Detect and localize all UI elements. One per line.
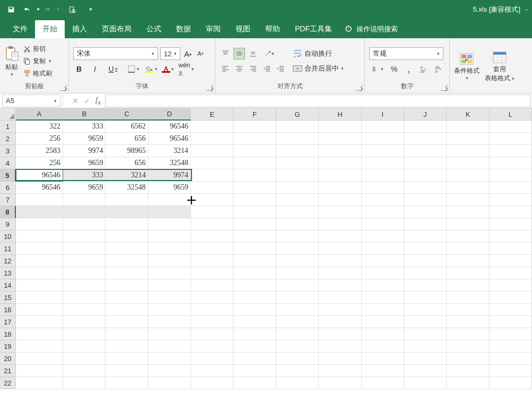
cell[interactable] bbox=[149, 316, 191, 328]
cell[interactable] bbox=[447, 377, 489, 389]
cell[interactable] bbox=[404, 218, 447, 230]
cell[interactable]: 333 bbox=[63, 169, 106, 182]
cell[interactable]: 6562 bbox=[106, 121, 148, 133]
cell[interactable] bbox=[63, 316, 106, 328]
cell[interactable] bbox=[233, 157, 276, 169]
cell[interactable] bbox=[149, 255, 191, 267]
cell[interactable] bbox=[16, 365, 63, 377]
row-header[interactable]: 11 bbox=[0, 243, 16, 255]
cell[interactable] bbox=[362, 182, 404, 194]
cell[interactable] bbox=[191, 279, 233, 292]
undo-dropdown[interactable] bbox=[36, 8, 40, 11]
cell[interactable] bbox=[63, 267, 106, 279]
cell[interactable] bbox=[63, 243, 106, 255]
cell[interactable]: 3214 bbox=[106, 169, 148, 182]
cell[interactable] bbox=[233, 206, 276, 218]
tell-me-search[interactable]: 操作说明搜索 bbox=[339, 20, 403, 38]
cell[interactable] bbox=[16, 230, 63, 243]
row-header[interactable]: 22 bbox=[0, 377, 16, 389]
cell[interactable] bbox=[233, 230, 276, 243]
cell[interactable] bbox=[319, 145, 361, 157]
font-name-select[interactable]: 宋体▾ bbox=[73, 47, 158, 60]
cell[interactable] bbox=[106, 267, 148, 279]
cell[interactable] bbox=[106, 243, 148, 255]
cell[interactable] bbox=[447, 316, 489, 328]
cell[interactable] bbox=[490, 194, 532, 206]
cell[interactable] bbox=[404, 377, 447, 389]
column-header[interactable]: A bbox=[16, 108, 63, 121]
cell[interactable] bbox=[106, 255, 148, 267]
row-header[interactable]: 13 bbox=[0, 267, 16, 279]
cell[interactable] bbox=[276, 133, 319, 145]
cell[interactable] bbox=[191, 353, 233, 365]
row-header[interactable]: 3 bbox=[0, 145, 16, 157]
cell[interactable] bbox=[276, 218, 319, 230]
cell[interactable] bbox=[233, 133, 276, 145]
cell[interactable] bbox=[490, 267, 532, 279]
cell[interactable]: 32548 bbox=[149, 157, 191, 169]
cell[interactable]: 96546 bbox=[149, 133, 191, 145]
cancel-formula-button[interactable]: ✕ bbox=[72, 97, 79, 105]
cell[interactable]: 9659 bbox=[63, 182, 106, 194]
cell[interactable] bbox=[191, 316, 233, 328]
comma-button[interactable]: , bbox=[403, 63, 415, 75]
cell[interactable]: 9974 bbox=[63, 145, 106, 157]
cell[interactable] bbox=[276, 316, 319, 328]
row-header[interactable]: 18 bbox=[0, 328, 16, 340]
tab-view[interactable]: 视图 bbox=[228, 20, 258, 38]
cell[interactable] bbox=[233, 169, 276, 182]
cell[interactable] bbox=[490, 133, 532, 145]
tab-file[interactable]: 文件 bbox=[5, 20, 35, 38]
cell[interactable]: 9659 bbox=[149, 182, 191, 194]
cell[interactable] bbox=[404, 157, 447, 169]
cell[interactable] bbox=[404, 353, 447, 365]
column-header[interactable]: F bbox=[233, 108, 276, 121]
qat-customize[interactable] bbox=[89, 8, 93, 11]
cell[interactable] bbox=[319, 365, 361, 377]
cell[interactable] bbox=[276, 328, 319, 340]
cell[interactable] bbox=[149, 292, 191, 304]
cell[interactable] bbox=[233, 255, 276, 267]
cell[interactable] bbox=[490, 243, 532, 255]
cell[interactable] bbox=[191, 218, 233, 230]
bold-button[interactable]: B bbox=[73, 63, 85, 75]
align-right-button[interactable] bbox=[247, 63, 259, 74]
cell[interactable]: 256 bbox=[16, 133, 63, 145]
phonetic-button[interactable]: wén文▾ bbox=[178, 63, 194, 75]
cell[interactable] bbox=[233, 365, 276, 377]
cell[interactable] bbox=[447, 340, 489, 353]
cell[interactable] bbox=[16, 316, 63, 328]
cell[interactable] bbox=[447, 206, 489, 218]
cell[interactable] bbox=[106, 218, 148, 230]
cell[interactable] bbox=[63, 194, 106, 206]
row-header[interactable]: 6 bbox=[0, 182, 16, 194]
cell[interactable] bbox=[490, 145, 532, 157]
cell[interactable] bbox=[319, 206, 361, 218]
cell[interactable] bbox=[16, 267, 63, 279]
cell[interactable] bbox=[233, 194, 276, 206]
cell[interactable] bbox=[149, 353, 191, 365]
cell[interactable] bbox=[404, 243, 447, 255]
number-format-select[interactable]: 常规▾ bbox=[369, 47, 443, 60]
cell[interactable] bbox=[319, 304, 361, 316]
cell[interactable] bbox=[319, 279, 361, 292]
cell[interactable] bbox=[447, 157, 489, 169]
cell[interactable] bbox=[404, 328, 447, 340]
formula-input[interactable] bbox=[105, 95, 531, 107]
cell[interactable] bbox=[362, 230, 404, 243]
cell[interactable] bbox=[362, 169, 404, 182]
cell[interactable] bbox=[233, 328, 276, 340]
cell[interactable] bbox=[362, 328, 404, 340]
cell[interactable] bbox=[319, 169, 361, 182]
cell[interactable] bbox=[276, 145, 319, 157]
cell[interactable] bbox=[490, 377, 532, 389]
cell[interactable]: 32548 bbox=[106, 182, 148, 194]
cell[interactable] bbox=[362, 353, 404, 365]
cell[interactable] bbox=[490, 182, 532, 194]
cell[interactable]: 322 bbox=[16, 121, 63, 133]
cell[interactable] bbox=[490, 316, 532, 328]
cell[interactable] bbox=[447, 292, 489, 304]
row-header[interactable]: 1 bbox=[0, 121, 16, 133]
cell[interactable] bbox=[106, 230, 148, 243]
cell[interactable] bbox=[63, 279, 106, 292]
